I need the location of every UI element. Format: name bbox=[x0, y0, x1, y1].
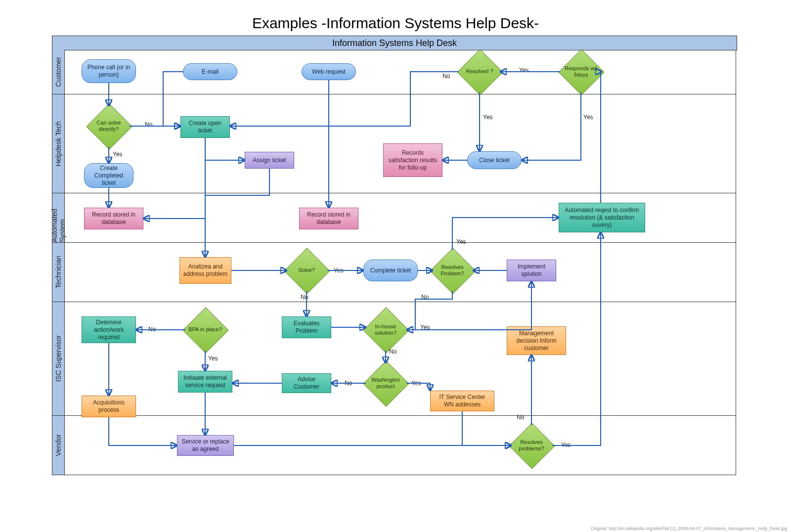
node-create-open: Create open ticket bbox=[180, 116, 230, 138]
node-resolves-problem: Resolves Problem? bbox=[430, 248, 475, 293]
node-solve: Solve? bbox=[284, 248, 329, 293]
lane-body-customer bbox=[65, 50, 736, 94]
node-phone: Phone call (or in person) bbox=[82, 59, 136, 83]
label-resolved-no: No bbox=[442, 73, 450, 80]
node-bpa: BPA in place? bbox=[183, 308, 227, 352]
label-resolved-yes: Yes bbox=[519, 67, 529, 74]
node-determine: Detemine action/work required bbox=[82, 316, 136, 343]
node-inhouse: In-house solution? bbox=[363, 308, 408, 352]
label-solve-no: No bbox=[301, 294, 308, 301]
node-evaluates: Evaluates Problem bbox=[282, 316, 331, 338]
node-complete-ticket: Complete ticket bbox=[363, 260, 418, 281]
node-service-replace: Service or replace as agreed bbox=[177, 435, 234, 456]
label-can-solve-no: No bbox=[145, 121, 152, 128]
node-advise: Advise Customer bbox=[282, 373, 331, 393]
label-resolves2-no: No bbox=[517, 414, 524, 421]
label-inhouse-no: No bbox=[389, 348, 396, 355]
label-washington-yes: Yes bbox=[411, 380, 421, 387]
label-resolves2-yes: Yes bbox=[561, 442, 571, 448]
label-washington-no: No bbox=[345, 380, 352, 387]
label-can-solve-yes: Yes bbox=[113, 151, 123, 158]
page-title: Examples -Information Systems Help Desk- bbox=[0, 15, 791, 32]
node-initiate-ext: Initiaate external service request bbox=[178, 371, 232, 393]
node-can-solve: Can solve directly? bbox=[87, 104, 131, 148]
node-resolves-problems2: Resolves problems? bbox=[509, 423, 554, 468]
node-web: Web request bbox=[302, 63, 356, 80]
lane-label-helpdesk: Helpdesk Tech bbox=[52, 94, 65, 193]
node-analyze: Analizea and address problem bbox=[179, 257, 231, 284]
node-implement: Implement splution bbox=[507, 260, 556, 281]
node-responds: Responds w/i 3days bbox=[559, 49, 603, 94]
node-it-center: IT Service Center WN addesses bbox=[430, 391, 494, 411]
node-resolved: Resolved ? bbox=[457, 49, 502, 94]
node-record-db1: Record stored in database bbox=[84, 208, 143, 229]
lane-body-vendor bbox=[65, 416, 736, 475]
node-create-completed: Create Completed ticket bbox=[84, 163, 133, 188]
lane-label-automated: Automated System bbox=[52, 193, 65, 243]
label-resolves-no: No bbox=[421, 294, 429, 301]
lane-label-technician: Technician bbox=[52, 243, 65, 302]
node-record-db2: Record stored in database bbox=[299, 208, 358, 229]
label-solve-yes: Yes bbox=[334, 267, 344, 274]
lane-label-supervisor: ISC Supervisor bbox=[52, 302, 65, 416]
node-close-ticket: Close ticket bbox=[467, 151, 522, 169]
node-assign: Assign ticket bbox=[245, 152, 294, 169]
node-mgmt: Management decision Inform customer bbox=[507, 326, 566, 355]
node-records-followup: Records satisfaction results for follo-u… bbox=[383, 143, 442, 177]
credit-text: Original: http://en.wikipedia.org/wiki/F… bbox=[591, 526, 787, 531]
node-email: E-mail bbox=[183, 63, 237, 80]
label-bpa-no: No bbox=[148, 326, 156, 333]
flowchart-page: Examples -Information Systems Help Desk-… bbox=[0, 0, 791, 532]
lane-label-customer: Customer bbox=[52, 50, 65, 94]
label-inhouse-yes: Yes bbox=[420, 324, 430, 331]
lane-label-vendor: Vendor bbox=[52, 416, 65, 475]
label-resolves-yes: Yes bbox=[456, 238, 466, 245]
label-bpa-yes: Yes bbox=[208, 355, 218, 362]
node-auto-request: Automated reqest to confirm resolution (… bbox=[559, 203, 645, 232]
pool-title: Information Systems Help Desk bbox=[52, 36, 737, 50]
node-washington: Washington product bbox=[363, 361, 408, 405]
node-acquisitions: Acquisitions process bbox=[82, 396, 136, 417]
label-responds-down-yes: Yes bbox=[483, 114, 493, 121]
label-responds-yes: Yes bbox=[583, 114, 593, 121]
